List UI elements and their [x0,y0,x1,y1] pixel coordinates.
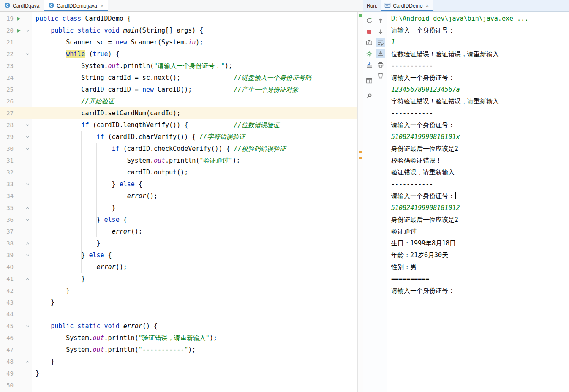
scrollbar-warning-mark[interactable] [359,157,362,159]
run-line-icon[interactable] [14,28,24,33]
gutter-row[interactable]: 19 [0,13,32,24]
line-number[interactable]: 32 [0,166,14,178]
line-number[interactable]: 30 [0,143,14,155]
code-line-21[interactable]: Scanner sc = new Scanner(System.in); [32,36,357,48]
gutter-row[interactable]: 34 [0,190,32,202]
line-number[interactable]: 40 [0,261,14,273]
line-number[interactable]: 46 [0,332,14,344]
code-line-48[interactable]: } [32,356,357,368]
gutter-row[interactable]: 27 [0,107,32,119]
coverage-icon[interactable] [365,49,374,58]
code-line-32[interactable]: cardID.output(); [32,166,357,178]
code-line-26[interactable]: //开始验证 [32,95,357,107]
gutter-row[interactable]: 36 [0,214,32,226]
restore-layout-icon[interactable] [365,76,374,85]
run-tab[interactable]: CardIDDemo × [381,0,433,11]
fold-up-icon[interactable] [24,277,31,281]
gutter-row[interactable]: 25 [0,84,32,95]
up-stack-icon[interactable] [376,16,385,25]
code-line-38[interactable]: } [32,237,357,249]
pin-icon[interactable] [365,91,374,101]
gutter-row[interactable]: 33 [0,178,32,190]
code-line-46[interactable]: System.out.println("验证错误，请重新输入"); [32,332,357,344]
line-number[interactable]: 48 [0,356,14,368]
gutter-row[interactable]: 22 [0,48,32,60]
inspection-status-indicator[interactable] [359,14,362,17]
code-line-37[interactable]: error(); [32,226,357,237]
run-line-icon[interactable] [14,16,24,21]
gutter-row[interactable]: 21 [0,36,32,48]
fold-down-icon[interactable] [24,218,31,222]
line-number[interactable]: 43 [0,297,14,308]
code-line-28[interactable]: if (cardID.lengthVerify()) { //位数错误验证 [32,119,357,131]
gutter-row[interactable]: 49 [0,368,32,379]
editor-code-area[interactable]: public class CardIDDemo { public static … [32,12,357,392]
line-number[interactable]: 21 [0,36,14,48]
gutter-row[interactable]: 46 [0,332,32,344]
line-number[interactable]: 37 [0,226,14,237]
editor-gutter[interactable]: 1920212223242526272829303132333435363738… [0,12,32,392]
code-line-35[interactable]: } [32,202,357,214]
gutter-row[interactable]: 37 [0,226,32,237]
gutter-row[interactable]: 20 [0,24,32,36]
scrollbar-warning-mark[interactable] [359,151,362,153]
gutter-row[interactable]: 28 [0,119,32,131]
line-number[interactable]: 26 [0,95,14,107]
fold-down-icon[interactable] [24,253,31,258]
line-number[interactable]: 45 [0,320,14,332]
fold-down-icon[interactable] [24,123,31,128]
code-line-44[interactable] [32,308,357,320]
code-line-22[interactable]: while (true) { [32,48,357,60]
gutter-row[interactable]: 50 [0,379,32,391]
fold-down-icon[interactable] [24,182,31,187]
fold-down-icon[interactable] [24,147,31,151]
code-line-47[interactable]: System.out.println("-----------"); [32,344,357,356]
gutter-row[interactable]: 23 [0,60,32,72]
code-line-39[interactable]: } else { [32,249,357,261]
code-line-41[interactable]: } [32,273,357,285]
editor-scrollbar[interactable] [357,12,363,392]
code-line-43[interactable]: } [32,297,357,308]
code-editor[interactable]: 1920212223242526272829303132333435363738… [0,12,363,392]
gutter-row[interactable]: 45 [0,320,32,332]
fold-up-icon[interactable] [24,206,31,210]
gutter-row[interactable]: 48 [0,356,32,368]
code-line-25[interactable]: CardID cardID = new CardID(); //产生一个身份证对… [32,84,357,95]
fold-down-icon[interactable] [24,324,31,329]
code-line-33[interactable]: } else { [32,178,357,190]
gutter-row[interactable]: 40 [0,261,32,273]
line-number[interactable]: 47 [0,344,14,356]
line-number[interactable]: 34 [0,190,14,202]
fold-down-icon[interactable] [24,52,31,57]
code-line-19[interactable]: public class CardIDDemo { [32,13,357,24]
line-number[interactable]: 22 [0,48,14,60]
code-line-24[interactable]: String cardId = sc.next(); //键盘输入一个身份证号码 [32,72,357,84]
line-number[interactable]: 33 [0,178,14,190]
code-line-34[interactable]: error(); [32,190,357,202]
line-number[interactable]: 39 [0,249,14,261]
dump-threads-icon[interactable] [365,38,374,47]
line-number[interactable]: 50 [0,379,14,391]
editor-tab-cardid-java[interactable]: CCardID.java [0,0,44,11]
gutter-row[interactable]: 30 [0,143,32,155]
gutter-row[interactable]: 41 [0,273,32,285]
code-line-31[interactable]: System.out.println("验证通过"); [32,155,357,166]
soft-wrap-icon[interactable] [376,38,385,47]
line-number[interactable]: 49 [0,368,14,379]
code-line-42[interactable]: } [32,285,357,297]
line-number[interactable]: 27 [0,107,14,119]
dump-heap-icon[interactable] [365,60,374,69]
gutter-row[interactable]: 44 [0,308,32,320]
gutter-row[interactable]: 31 [0,155,32,166]
line-number[interactable]: 20 [0,24,14,36]
gutter-row[interactable]: 43 [0,297,32,308]
gutter-row[interactable]: 47 [0,344,32,356]
gutter-row[interactable]: 39 [0,249,32,261]
gutter-row[interactable]: 24 [0,72,32,84]
line-number[interactable]: 28 [0,119,14,131]
rerun-icon[interactable] [365,16,374,25]
line-number[interactable]: 44 [0,308,14,320]
down-stack-icon[interactable] [376,27,385,36]
line-number[interactable]: 24 [0,72,14,84]
fold-down-icon[interactable] [24,135,31,139]
